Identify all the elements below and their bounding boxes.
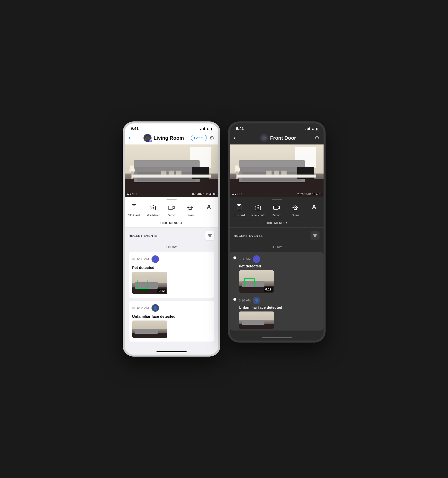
sd-card-icon (130, 204, 137, 212)
get-button[interactable]: Get ⊕ (191, 135, 207, 141)
home-indicator-dark (262, 337, 292, 338)
phones-container: 9:41 ▲ ▮ ‹ 🎥 + Living Room (123, 121, 326, 357)
header-right-dark: ⚙ (315, 135, 320, 141)
today-label: TODAY (129, 243, 214, 252)
action-take-photo[interactable]: Take Photo (143, 203, 162, 218)
face-badge: 👤 (152, 304, 159, 312)
drag-handle-area-dark (230, 199, 324, 200)
event-title-face: Unfamiliar face detected (132, 314, 211, 318)
video-duration: 0:12 (157, 289, 166, 293)
camera-badge-dark: 🎥 (260, 134, 268, 142)
action-take-photo-dark[interactable]: Take Photo (248, 203, 267, 218)
thumbnail-pet-dark: 0:12 (239, 270, 274, 293)
drag-handle-area (125, 199, 218, 200)
battery-icon: ▮ (211, 127, 212, 131)
action-menu: SD Card Take Photo (125, 201, 218, 219)
bar4 (204, 127, 205, 130)
event-thumbnail-container-face[interactable] (132, 321, 211, 338)
app-header-dark: ‹ 🎥 Front Door ⚙ (230, 132, 324, 144)
signal-icon (200, 127, 205, 130)
bar1 (200, 129, 201, 130)
action-record[interactable]: Record (162, 203, 181, 218)
event-thumb-pet-dark[interactable]: 0:12 (239, 270, 320, 293)
bottom-nav-dark (230, 336, 324, 341)
settings-button[interactable]: ⚙ (209, 135, 214, 141)
bar1-dark (306, 129, 306, 130)
filter-button[interactable] (205, 231, 214, 240)
back-button-dark[interactable]: ‹ (234, 135, 242, 141)
thumb-scene-face-dark (239, 311, 274, 329)
event-card-pet[interactable]: 6:36 AM 🐾 Pet detected 0:12 (129, 252, 214, 298)
event-time-face-dark: 6:36 AM (239, 298, 251, 302)
header-right: Get ⊕ ⚙ (191, 135, 214, 141)
camera-icon-dark: 🎥 (262, 136, 267, 140)
svg-rect-19 (273, 206, 278, 209)
action-menu-dark: SD Card Take Photo (230, 201, 324, 219)
action-record-dark[interactable]: Record (267, 203, 286, 218)
drag-handle-dark[interactable] (272, 199, 282, 200)
frame-1-dark (266, 171, 272, 175)
bar4-dark (309, 127, 310, 130)
settings-button-dark[interactable]: ⚙ (315, 135, 320, 141)
drag-handle[interactable] (167, 199, 177, 200)
bar3 (203, 128, 204, 130)
hide-menu-button-dark[interactable]: HIDE MENU ∧ (230, 219, 324, 228)
mantel-dark (237, 175, 317, 178)
timeline-content-pet: 6:36 AM 🐾 Pet detected (239, 255, 320, 293)
phone-front-door: 9:41 ▲ ▮ ‹ 🎥 Front Door (228, 121, 326, 343)
svg-rect-14 (239, 205, 240, 206)
mantel-items-dark (237, 171, 317, 175)
bottom-nav (125, 350, 218, 355)
event-time-pet-dark: 6:36 AM (239, 257, 251, 261)
timeline-event-pet[interactable]: 6:36 AM 🐾 Pet detected (233, 255, 320, 293)
event-thumb-face-dark[interactable] (239, 311, 320, 329)
home-indicator (157, 351, 187, 352)
svg-rect-7 (168, 206, 173, 209)
thumbnail-face-dark (239, 311, 274, 329)
more-icon: A (207, 204, 211, 210)
action-sd-card-dark[interactable]: SD Card (230, 203, 249, 218)
video-duration-pet-dark: 0:12 (264, 287, 273, 292)
face-badge-dark: 👤 (253, 297, 260, 304)
svg-point-6 (152, 207, 154, 209)
hide-menu-button[interactable]: HIDE MENU ∧ (125, 219, 218, 228)
phone-living-room: 9:41 ▲ ▮ ‹ 🎥 + Living Room (123, 121, 220, 357)
wifi-icon: ▲ (206, 127, 209, 131)
event-spacer (233, 293, 320, 297)
sofa-back-dark (239, 160, 305, 167)
action-siren[interactable]: Siren (181, 203, 200, 218)
event-header-face: 6:36 AM 👤 (132, 304, 211, 312)
filter-button-dark[interactable] (311, 231, 320, 240)
action-more-dark[interactable]: A (305, 203, 324, 218)
action-siren-dark[interactable]: Siren (286, 203, 305, 218)
wyze-logo-dark: WYZE≡ (232, 193, 243, 196)
room-title-dark: Front Door (270, 135, 296, 141)
action-more[interactable]: A (200, 203, 218, 218)
timeline-col-face (233, 297, 236, 329)
back-button[interactable]: ‹ (129, 135, 137, 141)
pet-badge: 🐾 (152, 255, 159, 263)
action-sd-card[interactable]: SD Card (125, 203, 143, 218)
svg-rect-5 (150, 206, 156, 210)
take-photo-label-dark: Take Photo (250, 214, 265, 217)
event-meta-pet: 6:36 AM 🐾 (239, 255, 320, 263)
status-bar-light: 9:41 ▲ ▮ (125, 123, 218, 132)
event-thumbnail-container-pet[interactable]: 0:12 (132, 272, 211, 294)
detection-box-dark (244, 278, 255, 287)
wyze-logo: WYZE≡ (127, 193, 137, 196)
event-title-pet-dark: Pet detected (239, 264, 320, 268)
detection-box (137, 280, 148, 289)
camera-timestamp: 2021-10-01 19:45:00 (191, 193, 216, 196)
status-bar-dark: 9:41 ▲ ▮ (230, 123, 324, 132)
event-card-face[interactable]: 6:36 AM 👤 Unfamiliar face detected (129, 301, 214, 342)
timeline-event-face-dark[interactable]: 6:36 AM 👤 Unfamiliar face detected (233, 297, 320, 329)
frame-2-dark (274, 171, 279, 175)
frame-1 (161, 171, 167, 175)
more-icon-dark: A (312, 204, 316, 210)
timeline-dot-face (233, 298, 236, 301)
app-header: ‹ 🎥 + Living Room Get ⊕ ⚙ (125, 132, 218, 144)
mantel-items (132, 171, 211, 175)
events-list: TODAY 6:36 AM 🐾 Pet detected (125, 243, 218, 350)
chevron-up-icon-dark: ∧ (285, 221, 288, 225)
recent-events-header: RECENT EVENTS (125, 228, 218, 243)
